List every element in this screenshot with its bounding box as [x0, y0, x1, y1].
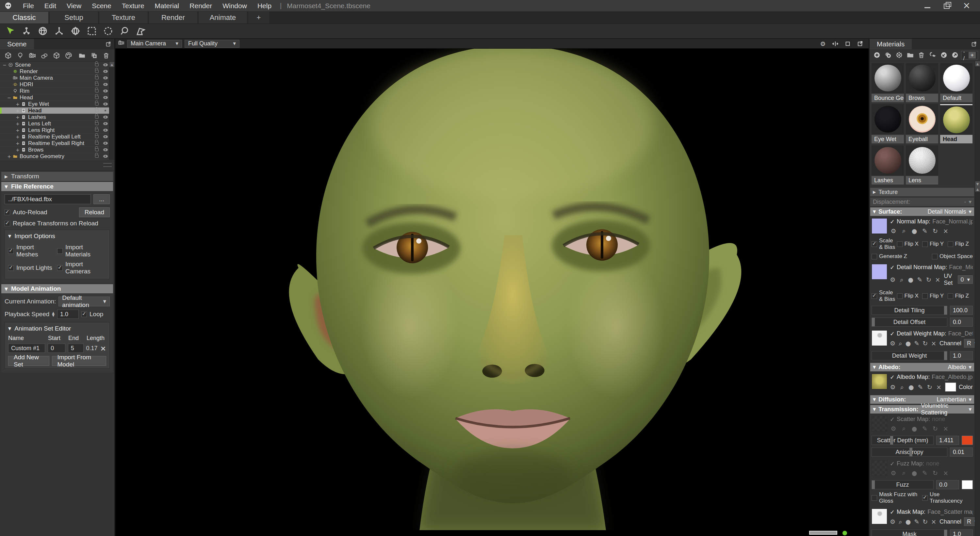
generate-z-checkbox[interactable] — [872, 254, 877, 259]
map-clear-icon[interactable]: × — [942, 227, 949, 234]
expander-icon[interactable]: + — [15, 128, 20, 133]
map-edit-icon[interactable]: ✎ — [917, 383, 923, 391]
import-materials-checkbox[interactable] — [57, 248, 63, 254]
viewport-popout-icon[interactable] — [856, 40, 864, 48]
new-folder-icon[interactable] — [77, 51, 88, 60]
mask-map-thumbnail[interactable] — [872, 509, 887, 524]
window-close-button[interactable]: × — [963, 2, 971, 10]
map-preview-sphere-icon[interactable]: ● — [908, 383, 914, 391]
material-default[interactable]: Default — [940, 63, 972, 102]
anisotropy-value[interactable]: 0.01 — [950, 447, 973, 456]
map-reload-icon[interactable]: ↻ — [923, 518, 928, 525]
expander-icon[interactable]: + — [15, 121, 20, 126]
import-meshes-checkbox[interactable]: ✓ — [8, 248, 14, 254]
delete-set-icon[interactable]: × — [100, 344, 106, 352]
uv-set-dropdown[interactable]: 0▼ — [958, 275, 973, 284]
map-enabled-check[interactable]: ✓ — [890, 374, 895, 380]
scene-tree-scrollbar[interactable]: ▲ — [109, 62, 115, 160]
map-preview-sphere-icon[interactable]: ● — [905, 340, 911, 347]
displacement-subsection[interactable]: Displacement: -▼ — [870, 197, 974, 206]
fuzz-color-swatch[interactable] — [962, 480, 973, 489]
tree-row-lens-right[interactable]: + Lens Right — [0, 127, 115, 134]
surface-section-header[interactable]: ▼ Surface: Detail Normals▼ — [870, 207, 974, 216]
map-edit-icon[interactable]: ✎ — [917, 276, 923, 283]
menu-edit[interactable]: Edit — [39, 2, 61, 10]
material-grid-scrollbar[interactable]: ▲ ▼ — [975, 61, 980, 186]
map-search-icon[interactable]: ⌕ — [899, 340, 902, 347]
polygon-select-tool-icon[interactable] — [134, 24, 148, 38]
thumbnail-size-plus[interactable]: + — [969, 52, 976, 59]
tree-row-hdri[interactable]: HDRI — [0, 81, 115, 88]
lock-icon[interactable] — [95, 64, 99, 66]
viewport-maximize-icon[interactable] — [844, 40, 852, 48]
lock-icon[interactable] — [95, 122, 99, 125]
material-lashes[interactable]: Lashes — [872, 145, 904, 184]
visibility-eye-icon[interactable] — [103, 83, 108, 86]
tree-row-lens-left[interactable]: + Lens Left — [0, 121, 115, 127]
visibility-eye-icon[interactable] — [103, 116, 108, 119]
map-clear-icon[interactable]: × — [942, 469, 949, 477]
tree-row-scene[interactable]: − Scene — [0, 62, 115, 68]
visibility-eye-icon[interactable] — [103, 122, 108, 125]
lock-icon[interactable] — [95, 142, 99, 145]
tree-row-bounce-geometry[interactable]: + Bounce Geometry — [0, 153, 115, 160]
map-settings-gear-icon[interactable]: ⚙ — [890, 276, 896, 283]
map-reload-icon[interactable]: ↻ — [926, 276, 932, 283]
select-tool-icon[interactable] — [3, 24, 17, 38]
lasso-select-tool-icon[interactable] — [118, 24, 131, 38]
lock-icon[interactable] — [95, 103, 99, 105]
visibility-eye-icon[interactable] — [103, 155, 108, 158]
detail-offset-slider[interactable]: Detail Offset — [872, 318, 947, 327]
import-material-icon[interactable] — [939, 50, 949, 60]
detail-tiling-value[interactable]: 100.0 — [950, 306, 973, 315]
lock-icon[interactable] — [95, 116, 99, 119]
tree-row-main-camera[interactable]: Main Camera — [0, 75, 115, 81]
object-space-checkbox[interactable] — [932, 254, 937, 259]
map-clear-icon[interactable]: × — [936, 383, 942, 391]
map-edit-icon[interactable]: ✎ — [921, 227, 928, 234]
expander-icon[interactable]: + — [15, 102, 20, 107]
map-settings-gear-icon[interactable]: ⚙ — [890, 425, 897, 432]
export-material-icon[interactable] — [950, 50, 960, 60]
visibility-eye-icon[interactable] — [103, 135, 108, 138]
viewport-settings-gear-icon[interactable]: ⚙ — [819, 40, 827, 48]
viewport-3d[interactable]: Main Camera ▼ Full Quality ▼ ⚙ — [115, 39, 869, 536]
scatter-map-thumbnail[interactable] — [872, 416, 887, 431]
set-end-field[interactable]: 5 — [68, 344, 84, 353]
visibility-eye-icon[interactable] — [103, 109, 108, 112]
tree-row-head-folder[interactable]: − Head — [0, 94, 115, 101]
lock-icon[interactable] — [95, 109, 99, 112]
map-search-icon[interactable]: ⌕ — [899, 518, 902, 526]
fuzz-slider[interactable]: Fuzz — [872, 480, 934, 489]
materials-panel-tab[interactable]: Materials — [870, 39, 912, 49]
tab-texture[interactable]: Texture — [99, 12, 148, 24]
tree-row-render[interactable]: Render — [0, 68, 115, 75]
map-settings-gear-icon[interactable]: ⚙ — [890, 383, 896, 391]
lock-icon[interactable] — [95, 155, 99, 158]
lock-icon[interactable] — [95, 148, 99, 151]
map-reload-icon[interactable]: ↻ — [932, 227, 939, 234]
add-camera-icon[interactable] — [27, 51, 38, 60]
lock-icon[interactable] — [95, 76, 99, 80]
duplicate-material-icon[interactable] — [883, 50, 893, 60]
scatter-color-swatch[interactable] — [962, 436, 973, 445]
albedo-section-header[interactable]: ▼ Albedo: Albedo▼ — [870, 363, 974, 371]
menu-file[interactable]: File — [18, 2, 39, 10]
tab-add-button[interactable]: + — [248, 12, 269, 24]
lock-icon[interactable] — [95, 135, 99, 138]
albedo-color-swatch[interactable] — [945, 382, 956, 391]
set-name-field[interactable]: Custom #1 — [8, 344, 45, 353]
properties-scrollbar[interactable]: ▲ — [975, 186, 980, 536]
detail-weight-value[interactable]: 1.0 — [950, 351, 973, 360]
lock-icon[interactable] — [95, 83, 99, 86]
detail-normal-map-thumbnail[interactable] — [872, 264, 887, 280]
camera-select-dropdown[interactable]: Main Camera ▼ — [127, 40, 182, 48]
normal-map-thumbnail[interactable] — [872, 218, 887, 234]
visibility-eye-icon[interactable] — [103, 103, 108, 105]
expander-icon[interactable]: + — [15, 108, 20, 113]
map-settings-gear-icon[interactable]: ⚙ — [890, 340, 896, 347]
mask-value[interactable]: 1.0 — [950, 530, 973, 536]
tab-render[interactable]: Render — [149, 12, 197, 24]
menu-view[interactable]: View — [61, 2, 87, 10]
material-folder-icon[interactable] — [905, 50, 916, 60]
